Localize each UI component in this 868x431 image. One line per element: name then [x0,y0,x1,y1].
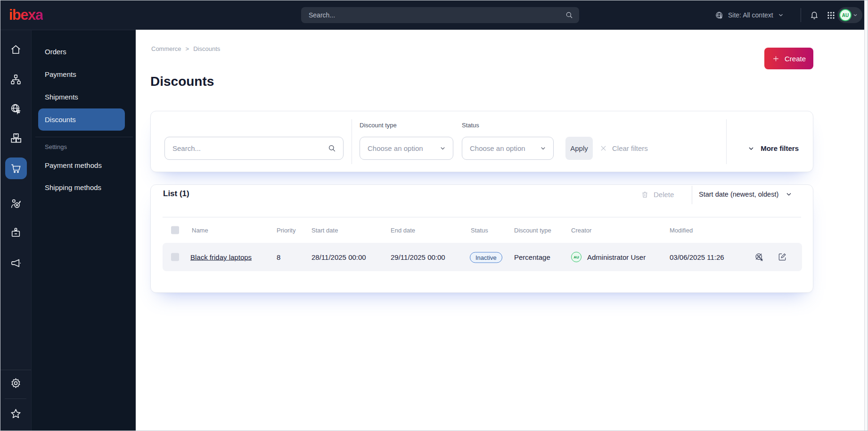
list-toolbar-divider [692,186,692,204]
topbar-divider [801,8,801,22]
column-header-end-date: End date [391,227,415,234]
edit-icon [778,252,787,262]
commerce-menu: Orders Payments Shipments Discounts Sett… [31,30,136,431]
menu-divider [35,137,133,137]
discount-name-link[interactable]: Black friday laptops [190,253,252,261]
more-filters-button[interactable]: More filters [747,137,799,160]
global-search-input[interactable] [309,11,565,19]
nav-products-button[interactable] [6,128,25,148]
bell-icon [810,10,819,20]
discount-deactivate-icon [754,252,764,262]
main-nav-rail [0,30,31,431]
marketing-megaphone-icon [10,257,22,269]
list-search-input[interactable] [172,144,328,152]
notifications-button[interactable] [806,7,822,24]
discount-type-select[interactable]: Choose an option [360,137,453,160]
column-header-priority: Priority [277,227,295,234]
column-header-modified: Modified [670,227,693,234]
scrollbar[interactable] [864,0,868,431]
products-icon [10,132,22,144]
list-search [164,137,344,160]
chevron-down-icon [852,12,858,18]
discounts-list-panel: List (1) Delete Start date (newest, olde… [150,184,813,293]
status-select[interactable]: Choose an option [462,137,554,160]
apply-button[interactable]: Apply [565,137,593,160]
nav-admin-button[interactable] [6,373,25,393]
site-context-selector[interactable]: Site: All context [715,0,784,30]
nav-corporate-button[interactable] [6,223,25,242]
search-icon[interactable] [565,11,573,19]
menu-item-shipments[interactable]: Shipments [32,89,136,105]
table-row: Black friday laptops 8 28/11/2025 00:00 … [163,243,802,271]
plus-icon [772,55,780,63]
nav-bookmarks-button[interactable] [6,404,25,423]
nav-marketing-button[interactable] [6,254,25,273]
deactivate-discount-button[interactable] [753,250,766,264]
breadcrumb-separator: > [186,45,189,52]
ibexa-logo[interactable]: ibexa [9,7,43,24]
end-date-cell: 29/11/2025 00:00 [391,253,445,261]
create-button[interactable]: Create [764,48,813,69]
status-cell: Inactive [470,253,502,261]
filter-divider [726,119,727,164]
chevron-down-icon [778,12,784,18]
modified-cell: 03/06/2025 11:26 [670,253,724,261]
create-button-label: Create [785,55,806,63]
nav-content-structure-button[interactable] [6,70,25,89]
filter-divider [352,119,352,164]
chevron-down-icon [540,145,547,152]
chevron-down-icon [785,191,793,198]
column-header-creator: Creator [571,227,591,234]
breadcrumb: Commerce > Discounts [151,45,220,52]
breadcrumb-item-discounts[interactable]: Discounts [193,45,220,52]
discount-type-label: Discount type [360,122,397,129]
menu-item-shipping-methods[interactable]: Shipping methods [32,179,136,195]
column-header-discount-type: Discount type [514,227,551,234]
breadcrumb-item-commerce[interactable]: Commerce [151,45,181,52]
corporate-badge-icon [10,227,22,239]
nav-personalization-button[interactable] [6,194,25,214]
rail-divider [0,370,31,370]
discount-type-value: Choose an option [368,144,423,152]
menu-item-payments[interactable]: Payments [32,66,136,82]
table-header: Name Priority Start date End date Status… [163,217,802,243]
nav-commerce-button[interactable] [5,157,27,179]
status-label: Status [462,122,479,129]
chevron-down-icon [747,145,755,152]
chevron-down-icon [439,145,446,152]
sort-selector[interactable]: Start date (newest, oldest) [699,185,793,204]
filters-panel: Discount type Choose an option Status Ch… [150,111,813,172]
more-filters-label: More filters [761,144,799,152]
global-search [301,7,579,23]
grid-dots-icon [827,11,835,20]
apps-grid-button[interactable] [823,7,839,24]
sort-label: Start date (newest, oldest) [699,191,778,198]
settings-gear-icon [10,377,22,389]
nav-dashboard-button[interactable] [6,40,25,59]
edit-discount-button[interactable] [776,250,789,264]
select-all-checkbox[interactable] [171,226,179,234]
start-date-cell: 28/11/2025 00:00 [311,253,366,261]
delete-button[interactable]: Delete [641,185,674,204]
column-header-name: Name [192,227,208,234]
trash-icon [641,191,649,199]
user-avatar: AU [839,9,852,21]
site-globe-icon [10,103,22,115]
creator-cell: Administrator User [587,253,646,261]
commerce-cart-icon [10,162,22,174]
clear-filters-label: Clear filters [612,144,648,152]
menu-item-orders[interactable]: Orders [32,43,136,59]
nav-site-button[interactable] [6,99,25,118]
menu-section-label: Settings [45,143,67,150]
menu-item-discounts[interactable]: Discounts [38,108,125,131]
clear-filters-button[interactable]: Clear filters [599,137,648,160]
priority-cell: 8 [277,253,280,261]
menu-item-payment-methods[interactable]: Payment methods [32,157,136,173]
ibexa-admin-app: ibexa Site: All context [0,0,868,431]
row-checkbox[interactable] [171,253,179,261]
status-badge: Inactive [470,252,502,263]
column-header-start-date: Start date [311,227,338,234]
rail-divider [5,398,26,399]
user-menu[interactable]: AU [837,7,862,23]
search-icon[interactable] [328,144,336,153]
